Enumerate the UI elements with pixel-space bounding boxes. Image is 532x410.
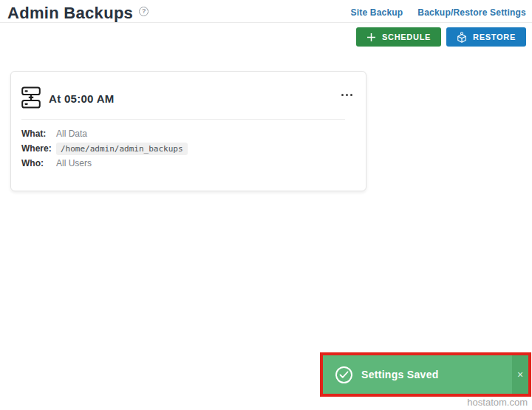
page-header: Admin Backups ? Site Backup Backup/Resto…	[0, 0, 532, 23]
who-label: Who:	[21, 158, 56, 168]
restore-button[interactable]: RESTORE	[446, 27, 526, 47]
help-icon[interactable]: ?	[139, 7, 149, 16]
what-label: What:	[21, 129, 56, 139]
watermark: hostatom.com	[467, 397, 528, 408]
toast-close-button[interactable]: ×	[512, 355, 528, 394]
more-options-button[interactable]	[340, 89, 354, 100]
annotation-highlight: Settings Saved ×	[320, 352, 531, 397]
close-icon: ×	[517, 369, 523, 380]
restore-button-label: RESTORE	[473, 33, 516, 41]
where-label: Where:	[21, 143, 56, 154]
what-value: All Data	[56, 129, 87, 139]
schedule-button[interactable]: SCHEDULE	[356, 27, 441, 47]
plus-icon	[366, 33, 376, 42]
header-links: Site Backup Backup/Restore Settings	[350, 0, 526, 18]
schedule-button-label: SCHEDULE	[382, 33, 431, 41]
who-value: All Users	[56, 158, 92, 168]
backup-path-badge: /home/admin/admin_backups	[56, 143, 188, 155]
check-circle-icon	[335, 366, 352, 383]
settings-saved-toast: Settings Saved ×	[323, 355, 528, 394]
backup-what-row: What: All Data	[21, 126, 355, 141]
backup-drives-icon	[21, 86, 41, 112]
backup-schedule-card: At 05:00 AM What: All Data Where: /home/…	[10, 71, 366, 191]
backup-restore-settings-link[interactable]: Backup/Restore Settings	[417, 7, 526, 18]
page-title: Admin Backups	[7, 4, 133, 23]
card-header: At 05:00 AM	[11, 72, 366, 110]
toolbar: SCHEDULE RESTORE	[0, 23, 532, 47]
backup-time-title: At 05:00 AM	[49, 92, 115, 105]
package-icon	[457, 32, 467, 43]
backup-who-row: Who: All Users	[21, 156, 355, 171]
site-backup-link[interactable]: Site Backup	[350, 7, 403, 18]
toast-message: Settings Saved	[361, 369, 512, 380]
ellipsis-dot	[346, 94, 348, 96]
backup-where-row: Where: /home/admin/admin_backups	[21, 141, 355, 156]
card-body: What: All Data Where: /home/admin/admin_…	[11, 120, 366, 171]
ellipsis-dot	[350, 94, 352, 96]
ellipsis-dot	[341, 94, 344, 96]
